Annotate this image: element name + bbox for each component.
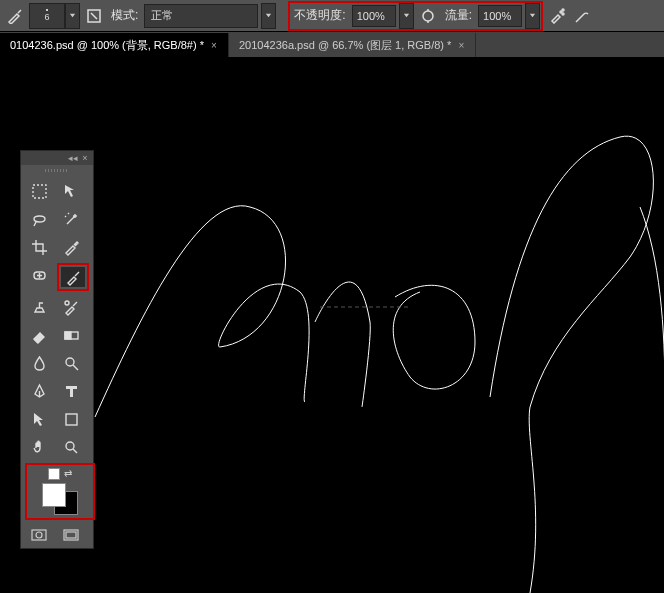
pen-tool[interactable] (25, 379, 53, 403)
clone-stamp-tool[interactable] (25, 295, 53, 319)
flow-label: 流量: (445, 7, 472, 24)
tablet-pressure-size-icon[interactable] (571, 5, 593, 27)
zoom-tool[interactable] (57, 435, 85, 459)
brush-tool-highlight (57, 263, 89, 291)
shape-tool[interactable] (57, 407, 85, 431)
svg-point-2 (560, 11, 562, 13)
canvas-area[interactable] (0, 57, 664, 593)
svg-rect-12 (66, 414, 77, 425)
flow-value: 100% (483, 10, 511, 22)
options-bar: 6 模式: 正常 不透明度: 100% 流量: 100% (0, 0, 664, 32)
quick-mask-icon[interactable] (25, 526, 53, 544)
opacity-input[interactable]: 100% (352, 5, 396, 27)
brush-preset-picker[interactable]: 6 (29, 3, 80, 29)
svg-rect-17 (66, 532, 76, 538)
flow-dropdown-arrow[interactable] (525, 3, 540, 29)
opacity-dropdown-arrow[interactable] (399, 3, 414, 29)
tab-title: 20104236a.psd @ 66.7% (图层 1, RGB/8) * (239, 38, 451, 53)
history-brush-tool[interactable] (57, 295, 85, 319)
brush-panel-toggle-icon[interactable] (83, 5, 105, 27)
svg-point-13 (66, 442, 74, 450)
crop-tool[interactable] (25, 235, 53, 259)
tool-icon-brush (4, 5, 26, 27)
default-colors-icon[interactable] (48, 468, 60, 480)
swap-colors-icon[interactable]: ⇄ (64, 468, 72, 480)
collapse-icon[interactable]: ◂◂ (69, 154, 77, 162)
dodge-tool[interactable] (57, 351, 85, 375)
svg-point-1 (423, 11, 433, 21)
foreground-swatch[interactable] (42, 483, 66, 507)
svg-point-11 (66, 358, 74, 366)
mode-dropdown-arrow[interactable] (261, 3, 276, 29)
magic-wand-tool[interactable] (57, 207, 85, 231)
swatches-highlight: ⇄ (25, 463, 95, 520)
gradient-tool[interactable] (57, 323, 85, 347)
svg-point-3 (562, 13, 564, 15)
brush-size-label: 6 (44, 12, 49, 22)
svg-rect-6 (33, 185, 46, 198)
type-tool[interactable] (57, 379, 85, 403)
document-tab-bar: 0104236.psd @ 100% (背景, RGB/8#) * × 2010… (0, 32, 664, 59)
brush-dropdown-arrow[interactable] (65, 3, 80, 29)
move-tool[interactable] (57, 179, 85, 203)
screen-mode-icon[interactable] (57, 526, 85, 544)
mode-label: 模式: (111, 7, 138, 24)
eyedropper-tool[interactable] (57, 235, 85, 259)
close-icon[interactable]: × (457, 42, 465, 50)
svg-point-15 (36, 532, 42, 538)
blur-tool[interactable] (25, 351, 53, 375)
svg-point-8 (65, 301, 69, 305)
panel-grip[interactable] (21, 165, 93, 175)
lasso-tool[interactable] (25, 207, 53, 231)
path-selection-tool[interactable] (25, 407, 53, 431)
airbrush-icon[interactable] (546, 5, 568, 27)
panel-header: ◂◂ × (21, 151, 93, 165)
document-tab-1[interactable]: 0104236.psd @ 100% (背景, RGB/8#) * × (0, 33, 229, 58)
opacity-flow-highlight: 不透明度: 100% 流量: 100% (288, 1, 543, 31)
brush-preview: 6 (29, 3, 65, 29)
opacity-label: 不透明度: (294, 7, 345, 24)
document-tab-2[interactable]: 20104236a.psd @ 66.7% (图层 1, RGB/8) * × (229, 33, 476, 58)
opacity-value: 100% (357, 10, 385, 22)
svg-rect-10 (65, 332, 71, 339)
canvas-artwork (0, 57, 664, 593)
svg-point-4 (562, 9, 564, 11)
healing-brush-tool[interactable] (25, 263, 53, 287)
tablet-pressure-opacity-icon[interactable] (417, 5, 439, 27)
hand-tool[interactable] (25, 435, 53, 459)
eraser-tool[interactable] (25, 323, 53, 347)
tools-panel: ◂◂ × (20, 150, 94, 549)
close-icon[interactable]: × (210, 42, 218, 50)
blend-mode-value: 正常 (151, 8, 173, 23)
marquee-tool[interactable] (25, 179, 53, 203)
color-swatches[interactable] (42, 483, 78, 515)
close-icon[interactable]: × (81, 154, 89, 162)
flow-input[interactable]: 100% (478, 5, 522, 27)
tab-title: 0104236.psd @ 100% (背景, RGB/8#) * (10, 38, 204, 53)
blend-mode-select[interactable]: 正常 (144, 4, 258, 28)
brush-tool[interactable] (61, 267, 85, 287)
